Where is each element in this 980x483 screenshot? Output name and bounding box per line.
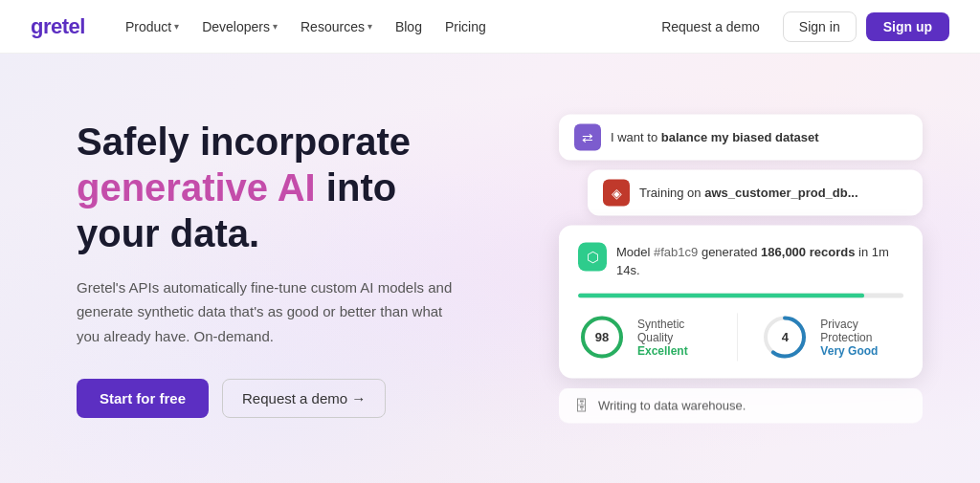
hero-title-highlight: generative AI (77, 166, 316, 209)
bottom-bubble-text: Writing to data warehouse. (598, 398, 746, 412)
metrics: 98 Synthetic Quality Excellent (578, 313, 903, 361)
hero-visual: ⇄ I want to balance my biased dataset ◈ … (559, 114, 923, 423)
nav-links: Product ▾ Developers ▾ Resources ▾ Blog … (116, 13, 648, 40)
privacy-gauge: 4 (761, 313, 809, 361)
sign-in-button[interactable]: Sign in (783, 11, 857, 42)
privacy-label: Privacy Protection (820, 317, 903, 343)
nav-item-pricing[interactable]: Pricing (435, 13, 496, 40)
result-card-header: ⬡ Model #fab1c9 generated 186,000 record… (578, 242, 903, 279)
hero-title: Safely incorporate generative AI into yo… (77, 119, 459, 256)
hero-buttons: Start for free Request a demo → (77, 379, 459, 418)
sign-up-button[interactable]: Sign up (866, 12, 949, 41)
quality-gauge: 98 (578, 313, 626, 361)
chevron-down-icon: ▾ (174, 21, 179, 32)
progress-fill (578, 293, 864, 297)
chat-bubble-2-text: Training on aws_customer_prod_db... (639, 186, 858, 200)
navbar: gretel Product ▾ Developers ▾ Resources … (0, 0, 980, 54)
hero-section: Safely incorporate generative AI into yo… (0, 54, 980, 483)
request-demo-nav-button[interactable]: Request a demo (648, 12, 773, 41)
chevron-down-icon: ▾ (368, 21, 372, 32)
request-demo-hero-button[interactable]: Request a demo → (222, 379, 386, 418)
chevron-down-icon: ▾ (273, 21, 278, 32)
metric-divider (737, 313, 738, 361)
warehouse-icon: 🗄 (574, 397, 589, 413)
result-card-title: Model #fab1c9 generated 186,000 records … (616, 242, 903, 279)
nav-item-product[interactable]: Product ▾ (116, 13, 189, 40)
model-icon: ⬡ (578, 242, 607, 271)
shuffle-icon: ⇄ (574, 123, 601, 150)
progress-bar (578, 293, 903, 297)
quality-value: 98 (595, 330, 609, 344)
nav-item-blog[interactable]: Blog (386, 13, 432, 40)
bottom-bubble: 🗄 Writing to data warehouse. (559, 387, 923, 423)
database-icon: ◈ (603, 179, 630, 206)
nav-item-developers[interactable]: Developers ▾ (192, 13, 287, 40)
brand-logo[interactable]: gretel (31, 14, 85, 39)
chat-bubble-1-text: I want to balance my biased dataset (611, 130, 819, 144)
nav-right: Request a demo Sign in Sign up (648, 11, 949, 42)
metric-quality: 98 Synthetic Quality Excellent (578, 313, 714, 361)
privacy-status: Very Good (820, 343, 903, 357)
quality-info: Synthetic Quality Excellent (637, 317, 714, 357)
quality-label: Synthetic Quality (637, 317, 714, 343)
privacy-info: Privacy Protection Very Good (820, 317, 903, 357)
chat-bubble-1: ⇄ I want to balance my biased dataset (559, 114, 923, 160)
start-for-free-button[interactable]: Start for free (77, 379, 209, 418)
hero-content: Safely incorporate generative AI into yo… (0, 119, 459, 419)
result-card: ⬡ Model #fab1c9 generated 186,000 record… (559, 225, 923, 378)
quality-status: Excellent (637, 343, 714, 357)
hero-subtitle: Gretel's APIs automatically fine-tune cu… (77, 275, 459, 349)
privacy-value: 4 (782, 330, 789, 344)
chat-bubble-2: ◈ Training on aws_customer_prod_db... (588, 169, 923, 215)
metric-privacy: 4 Privacy Protection Very Good (761, 313, 903, 361)
nav-item-resources[interactable]: Resources ▾ (291, 13, 382, 40)
